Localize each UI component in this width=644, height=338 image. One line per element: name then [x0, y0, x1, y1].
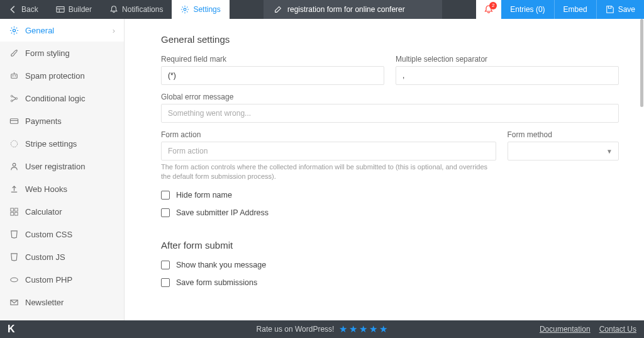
- svg-rect-16: [10, 208, 13, 211]
- gear-icon: [9, 25, 19, 35]
- gear-icon: [180, 5, 189, 14]
- checkbox-icon: [161, 208, 170, 217]
- svg-point-4: [13, 29, 15, 31]
- global-error-input[interactable]: [161, 104, 619, 123]
- entries-label: Entries (0): [510, 5, 545, 14]
- required-mark-label: Required field mark: [161, 55, 384, 64]
- sidebar-item-label: General: [25, 26, 54, 35]
- checkbox-icon: [161, 261, 170, 269]
- php-icon: [9, 274, 19, 284]
- grid-icon: [9, 206, 19, 217]
- brush-icon: [9, 48, 19, 58]
- checkbox-label: Save submitter IP Address: [176, 208, 269, 217]
- multi-sep-label: Multiple selection separator: [396, 55, 619, 64]
- sidebar-item-label: Web Hooks: [25, 184, 67, 194]
- sidebar-item-spam-protection[interactable]: Spam protection: [0, 64, 124, 87]
- sidebar-item-form-styling[interactable]: Form styling: [0, 42, 124, 64]
- sidebar-item-label: Newsletter: [25, 298, 64, 307]
- settings-sidebar: General › Form styling Spam protection C…: [0, 19, 125, 320]
- footer-bar: K Rate us on WordPress! ★★★★★ Documentat…: [0, 320, 644, 338]
- checkbox-save-ip[interactable]: Save submitter IP Address: [161, 208, 619, 217]
- settings-tab[interactable]: Settings: [172, 0, 229, 19]
- top-left-group: Back Builder Notifications Settings: [0, 0, 230, 19]
- sidebar-item-stripe[interactable]: Stripe settings: [0, 132, 124, 155]
- multi-sep-input[interactable]: [396, 66, 619, 85]
- svg-point-3: [184, 8, 186, 11]
- documentation-link[interactable]: Documentation: [540, 325, 591, 334]
- sidebar-item-label: Custom PHP: [25, 275, 72, 284]
- checkbox-hide-form-name[interactable]: Hide form name: [161, 191, 619, 200]
- sidebar-item-general[interactable]: General ›: [0, 19, 124, 42]
- checkbox-label: Hide form name: [176, 191, 232, 200]
- sidebar-item-label: Form styling: [25, 48, 70, 58]
- mail-icon: [9, 297, 19, 307]
- form-action-label: Form action: [161, 130, 496, 139]
- sidebar-item-calculator[interactable]: Calculator: [0, 200, 124, 223]
- checkbox-save-submissions[interactable]: Save form submissions: [161, 278, 619, 287]
- back-label: Back: [21, 5, 38, 14]
- card-icon: [9, 116, 19, 126]
- form-action-input[interactable]: [161, 142, 496, 161]
- svg-point-15: [13, 163, 16, 166]
- sidebar-item-label: Custom JS: [25, 252, 65, 262]
- save-label: Save: [618, 5, 635, 14]
- embed-label: Embed: [564, 5, 587, 14]
- svg-point-10: [11, 99, 13, 101]
- js-icon: [9, 252, 19, 262]
- svg-point-14: [11, 140, 17, 147]
- svg-rect-17: [14, 208, 18, 211]
- sidebar-item-label: Spam protection: [25, 71, 85, 81]
- sidebar-item-user-registration[interactable]: User registration: [0, 155, 124, 177]
- checkbox-icon: [161, 191, 170, 200]
- save-button[interactable]: Save: [596, 0, 644, 19]
- rate-us[interactable]: Rate us on WordPress! ★★★★★: [257, 324, 388, 335]
- sidebar-item-custom-js[interactable]: Custom JS: [0, 245, 124, 268]
- css-icon: [9, 229, 19, 239]
- sidebar-item-conditional-logic[interactable]: Conditional logic: [0, 87, 124, 110]
- robot-icon: [9, 70, 19, 81]
- stars-icon: ★★★★★: [339, 324, 387, 335]
- upload-icon: [9, 184, 19, 194]
- checkbox-show-thank-you[interactable]: Show thank you message: [161, 261, 619, 269]
- svg-rect-18: [10, 212, 13, 215]
- checkbox-icon: [161, 278, 170, 287]
- save-icon: [606, 5, 614, 14]
- section-title-after-submit: After form submit: [161, 240, 619, 251]
- alerts-button[interactable]: 2: [476, 0, 501, 19]
- global-error-label: Global error message: [161, 93, 619, 101]
- form-method-label: Form method: [508, 130, 619, 139]
- sidebar-item-slack[interactable]: Slack: [0, 313, 124, 320]
- sidebar-item-label: Stripe settings: [25, 139, 77, 149]
- sidebar-item-web-hooks[interactable]: Web Hooks: [0, 177, 124, 200]
- top-bar: Back Builder Notifications Settings: [0, 0, 644, 19]
- svg-rect-0: [57, 7, 64, 13]
- sidebar-item-custom-css[interactable]: Custom CSS: [0, 223, 124, 245]
- footer-links: Documentation Contact Us: [540, 325, 636, 334]
- sidebar-item-payments[interactable]: Payments: [0, 110, 124, 132]
- branch-icon: [9, 93, 19, 103]
- form-title-field[interactable]: [264, 0, 442, 19]
- builder-icon: [56, 5, 65, 14]
- back-button[interactable]: Back: [0, 0, 47, 19]
- notifications-tab[interactable]: Notifications: [101, 0, 172, 19]
- settings-label: Settings: [193, 5, 220, 14]
- scrollbar-thumb[interactable]: [640, 19, 643, 107]
- sidebar-item-custom-php[interactable]: Custom PHP: [0, 268, 124, 291]
- scrollbar[interactable]: [640, 19, 644, 320]
- embed-button[interactable]: Embed: [554, 0, 596, 19]
- stripe-icon: [9, 138, 19, 149]
- required-mark-input[interactable]: [161, 66, 384, 85]
- form-method-select[interactable]: [508, 142, 619, 161]
- svg-rect-5: [11, 74, 16, 78]
- sidebar-item-newsletter[interactable]: Newsletter: [0, 291, 124, 313]
- checkbox-label: Show thank you message: [176, 261, 266, 269]
- checkbox-label: Save form submissions: [176, 278, 257, 287]
- main-area: General › Form styling Spam protection C…: [0, 19, 644, 320]
- form-title-input[interactable]: [287, 5, 432, 14]
- svg-point-9: [11, 95, 13, 97]
- entries-button[interactable]: Entries (0): [501, 0, 553, 19]
- sidebar-item-label: Calculator: [25, 207, 62, 217]
- builder-tab[interactable]: Builder: [47, 0, 101, 19]
- contact-link[interactable]: Contact Us: [599, 325, 636, 334]
- chevron-right-icon: ›: [113, 26, 115, 35]
